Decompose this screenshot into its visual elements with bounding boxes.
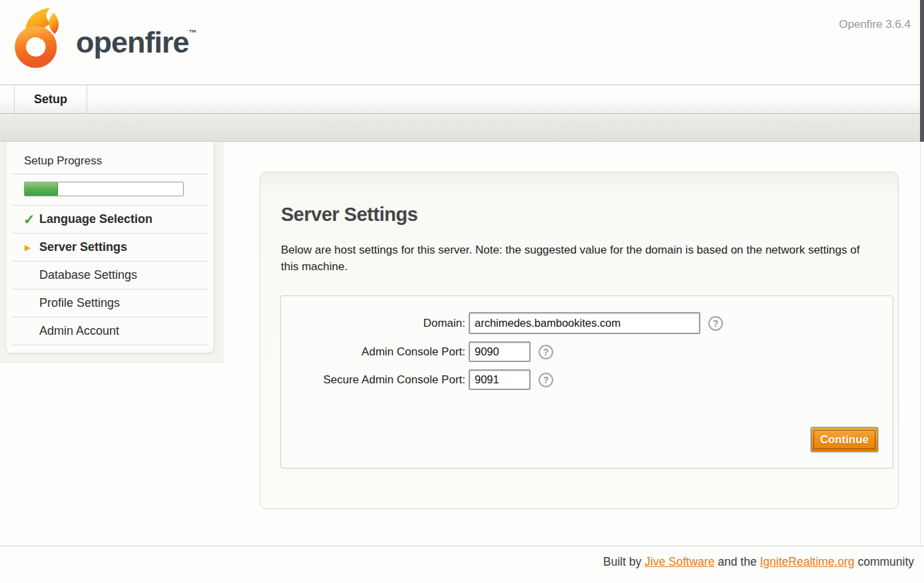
page-description: Below are host settings for this server.… <box>281 242 867 275</box>
help-icon[interactable]: ? <box>539 345 553 359</box>
window-edge-light <box>920 142 921 546</box>
sidebar-title: Setup Progress <box>11 152 208 174</box>
sidebar-item-server-settings[interactable]: ▶ Server Settings <box>11 234 208 262</box>
domain-input[interactable] <box>469 312 700 334</box>
tab-bar: Setup <box>0 85 924 114</box>
secure-port-label: Secure Admin Console Port: <box>281 373 465 387</box>
flame-icon <box>13 5 67 72</box>
progress-bar <box>11 174 208 206</box>
igniterealtime-link[interactable]: IgniteRealtime.org <box>760 555 855 568</box>
progress-track <box>24 182 184 196</box>
sidebar-item-label: Database Settings <box>39 268 137 282</box>
check-icon: ✓ <box>23 212 35 228</box>
sidebar-item-language-selection[interactable]: ✓ Language Selection <box>11 206 208 234</box>
sidebar-item-database-settings[interactable]: Database Settings <box>11 262 208 290</box>
continue-button[interactable]: Continue <box>811 427 878 452</box>
form-row-secure-port: Secure Admin Console Port: ? <box>281 369 893 390</box>
arrow-right-icon: ▶ <box>25 243 31 252</box>
page-title: Server Settings <box>281 204 898 226</box>
sub-nav-band <box>0 114 924 142</box>
server-settings-form: Domain: ? Admin Console Port: ? Secure A… <box>280 295 893 469</box>
help-icon[interactable]: ? <box>539 373 553 387</box>
sidebar-item-label: Admin Account <box>39 324 119 337</box>
window-edge-dark <box>920 0 924 142</box>
footer-text-suffix: community <box>855 555 914 568</box>
footer-text-prefix: Built by <box>603 555 644 568</box>
help-icon[interactable]: ? <box>708 316 723 331</box>
sidebar-item-admin-account[interactable]: Admin Account <box>11 317 208 345</box>
tab-setup[interactable]: Setup <box>14 85 87 113</box>
setup-progress-panel: Setup Progress ✓ Language Selection ▶ Se… <box>5 142 214 353</box>
form-row-domain: Domain: ? <box>281 312 893 334</box>
openfire-logo: openfire™ <box>13 5 196 72</box>
footer-text-middle: and the <box>714 555 760 568</box>
form-row-admin-port: Admin Console Port: ? <box>281 341 893 362</box>
domain-label: Domain: <box>281 317 465 330</box>
footer: Built by Jive Software and the IgniteRea… <box>0 546 924 583</box>
sidebar-item-label: Language Selection <box>39 212 152 226</box>
main-content-panel: Server Settings Below are host settings … <box>260 172 899 509</box>
jive-software-link[interactable]: Jive Software <box>644 555 714 568</box>
logo-wordmark: openfire™ <box>76 27 196 72</box>
secure-port-input[interactable] <box>469 369 531 390</box>
version-label: Openfire 3.6.4 <box>839 18 911 31</box>
admin-port-input[interactable] <box>469 341 531 362</box>
admin-port-label: Admin Console Port: <box>281 345 465 359</box>
header: openfire™ Openfire 3.6.4 <box>0 0 924 85</box>
sidebar-item-profile-settings[interactable]: Profile Settings <box>11 290 208 317</box>
sidebar-item-label: Profile Settings <box>39 296 120 309</box>
progress-fill <box>25 182 58 196</box>
sidebar-item-label: Server Settings <box>39 240 127 254</box>
trademark: ™ <box>189 28 196 37</box>
